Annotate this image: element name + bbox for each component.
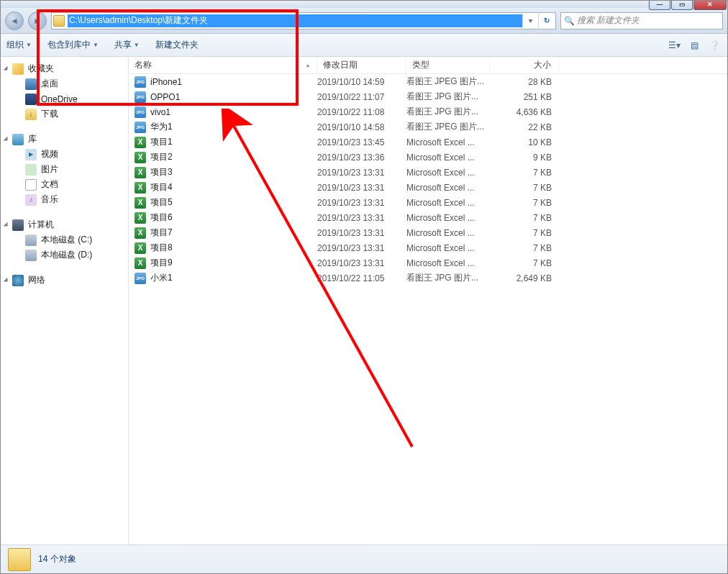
tree-item-label: 桌面 [41, 78, 58, 90]
file-row[interactable]: 小米12019/10/22 11:05看图王 JPG 图片...2,649 KB [129, 270, 727, 286]
file-date: 2019/10/23 13:31 [317, 198, 406, 208]
column-header-type[interactable]: 类型 [406, 57, 490, 73]
file-row[interactable]: 项目32019/10/23 13:31Microsoft Excel ...7 … [129, 165, 727, 180]
address-input[interactable] [68, 14, 522, 27]
file-name: 项目3 [150, 166, 173, 178]
preview-pane-button[interactable]: ▤ [687, 38, 701, 53]
new-folder-button[interactable]: 新建文件夹 [155, 39, 199, 51]
sidebar-item[interactable]: OneDrive [1, 91, 128, 106]
file-type-icon [135, 182, 146, 193]
tree-item-icon [25, 179, 37, 191]
status-text: 14 个对象 [38, 553, 76, 565]
file-size: 7 KB [490, 213, 559, 223]
close-button[interactable]: ✕ [693, 0, 727, 10]
file-type-icon [135, 242, 146, 254]
file-type-icon [135, 137, 146, 148]
refresh-button[interactable]: ↻ [538, 12, 554, 29]
file-name: 项目8 [150, 242, 173, 254]
folder-icon [53, 15, 65, 27]
tree-item-icon [25, 94, 37, 105]
view-options-button[interactable]: ☰▾ [667, 38, 681, 53]
file-type: 看图王 JPEG 图片... [406, 121, 490, 133]
column-headers: 名称 ▴ 修改日期 类型 大小 [129, 57, 727, 74]
file-type-icon [135, 152, 146, 163]
file-row[interactable]: iPhone12019/10/10 14:59看图王 JPEG 图片...28 … [129, 74, 727, 89]
network-header[interactable]: 网络 [1, 273, 128, 288]
sidebar-item[interactable]: 下载 [1, 106, 128, 122]
tree-item-icon [25, 109, 37, 120]
file-row[interactable]: 项目52019/10/23 13:31Microsoft Excel ...7 … [129, 195, 727, 210]
expand-icon [4, 136, 9, 142]
sidebar-item[interactable]: 音乐 [1, 192, 128, 207]
file-name: 项目6 [150, 211, 173, 224]
file-date: 2019/10/22 11:08 [317, 107, 406, 117]
sidebar-item[interactable]: 文档 [1, 177, 128, 192]
column-header-size[interactable]: 大小 [490, 57, 559, 73]
file-row[interactable]: 项目42019/10/23 13:31Microsoft Excel ...7 … [129, 180, 727, 195]
sidebar-item[interactable]: 本地磁盘 (C:) [1, 232, 128, 247]
tree-item-label: 音乐 [41, 193, 58, 206]
sidebar-item[interactable]: 视频 [1, 147, 128, 162]
libraries-header[interactable]: 库 [1, 132, 128, 147]
tree-item-icon [25, 164, 37, 176]
file-type-icon [135, 227, 146, 239]
favorites-group: 收藏夹 桌面OneDrive下载 [1, 61, 128, 122]
file-type: Microsoft Excel ... [406, 168, 490, 178]
file-name: 项目2 [150, 151, 173, 163]
file-row[interactable]: 项目22019/10/23 13:36Microsoft Excel ...9 … [129, 150, 727, 165]
favorites-header[interactable]: 收藏夹 [1, 61, 128, 76]
expand-icon [4, 222, 9, 227]
file-date: 2019/10/23 13:31 [317, 258, 406, 268]
organize-menu[interactable]: 组织▼ [6, 39, 32, 51]
file-row[interactable]: 项目62019/10/23 13:31Microsoft Excel ...7 … [129, 210, 727, 225]
tree-item-icon [25, 194, 37, 206]
favorites-icon [12, 63, 24, 75]
tree-item-icon [25, 234, 37, 246]
file-type-icon [135, 106, 146, 118]
file-row[interactable]: 华为12019/10/10 14:58看图王 JPEG 图片...22 KB [129, 119, 727, 135]
file-type: 看图王 JPG 图片... [406, 91, 490, 103]
file-type: Microsoft Excel ... [406, 213, 490, 223]
file-row[interactable]: vivo12019/10/22 11:08看图王 JPG 图片...4,636 … [129, 104, 727, 119]
file-type: Microsoft Excel ... [406, 152, 490, 163]
file-row[interactable]: 项目72019/10/23 13:31Microsoft Excel ...7 … [129, 225, 727, 240]
computer-label: 计算机 [28, 219, 54, 231]
file-type: 看图王 JPG 图片... [406, 106, 490, 118]
sidebar-item[interactable]: 本地磁盘 (D:) [1, 247, 128, 263]
tree-item-label: 视频 [41, 148, 58, 160]
file-row[interactable]: OPPO12019/10/22 11:07看图王 JPG 图片...251 KB [129, 89, 727, 104]
sidebar-item[interactable]: 桌面 [1, 76, 128, 91]
sidebar-item[interactable]: 图片 [1, 162, 128, 177]
file-date: 2019/10/23 13:36 [317, 152, 406, 163]
new-folder-label: 新建文件夹 [155, 39, 199, 51]
file-date: 2019/10/10 14:59 [317, 77, 406, 87]
file-row[interactable]: 项目92019/10/23 13:31Microsoft Excel ...7 … [129, 255, 727, 270]
file-row[interactable]: 项目82019/10/23 13:31Microsoft Excel ...7 … [129, 240, 727, 255]
tree-item-label: 文档 [41, 178, 58, 191]
computer-icon [12, 219, 24, 231]
computer-header[interactable]: 计算机 [1, 217, 128, 232]
file-size: 7 KB [490, 183, 559, 193]
file-date: 2019/10/23 13:31 [317, 228, 406, 238]
file-size: 4,636 KB [490, 107, 559, 117]
file-date: 2019/10/23 13:31 [317, 168, 406, 178]
file-type-icon [135, 167, 146, 178]
maximize-button[interactable]: ▭ [671, 0, 693, 10]
file-size: 7 KB [490, 243, 559, 253]
column-header-name[interactable]: 名称 ▴ [129, 57, 317, 73]
tree-item-icon [25, 78, 37, 90]
file-name: 项目7 [150, 227, 173, 239]
minimize-button[interactable]: — [649, 0, 670, 10]
address-dropdown[interactable]: ▾ [522, 12, 538, 29]
share-menu[interactable]: 共享▼ [114, 39, 140, 51]
file-type-icon [135, 212, 146, 224]
file-row[interactable]: 项目12019/10/23 13:45Microsoft Excel ...10… [129, 135, 727, 150]
include-in-library-menu[interactable]: 包含到库中▼ [47, 39, 99, 51]
forward-button[interactable]: ► [28, 12, 47, 30]
address-bar[interactable]: ▾ ↻ [51, 12, 556, 29]
search-box[interactable]: 🔍 搜索 新建文件夹 [560, 12, 723, 29]
file-type-icon [135, 273, 146, 284]
help-button[interactable]: ❔ [707, 38, 722, 53]
column-header-date[interactable]: 修改日期 [317, 57, 406, 73]
back-button[interactable]: ◄ [5, 12, 24, 30]
